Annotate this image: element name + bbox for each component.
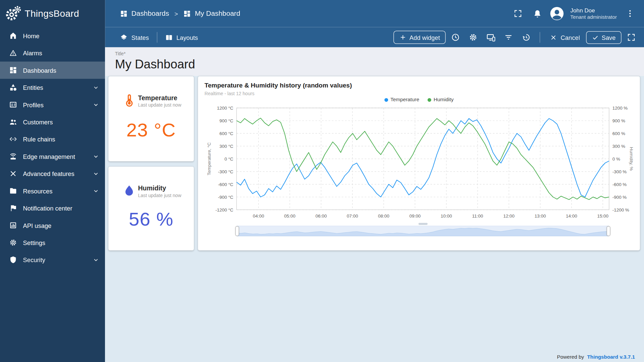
title-field-label: Title*	[115, 51, 644, 56]
overview-right-handle[interactable]	[607, 226, 610, 236]
toolbar-right-actions: Add widget Cancel Save	[393, 29, 639, 45]
svg-text:0 °C: 0 °C	[224, 157, 233, 162]
notifications-bell-icon[interactable]	[529, 5, 546, 22]
svg-text:09:00: 09:00	[409, 214, 421, 219]
notification-icon	[9, 204, 17, 212]
chart-subtitle: Realtime - last 12 hours	[205, 91, 633, 96]
sidebar-item-edge-management[interactable]: Edge management	[0, 148, 105, 165]
chart-legend: TemperatureHumidity	[198, 97, 640, 103]
breadcrumb: Dashboards > My Dashboard	[120, 9, 240, 17]
manage-layouts-display-icon[interactable]	[483, 29, 499, 45]
dashboard-title-input[interactable]: My Dashboard	[115, 57, 644, 71]
sidebar-item-settings[interactable]: Settings	[0, 234, 105, 251]
kebab-menu-icon[interactable]	[622, 5, 638, 22]
sidebar-item-home[interactable]: Home	[0, 27, 105, 44]
version-history-icon[interactable]	[518, 29, 534, 45]
api-icon	[9, 221, 17, 229]
fullscreen-icon[interactable]	[509, 5, 526, 22]
app-logo[interactable]: ThingsBoard	[0, 0, 105, 27]
edge-icon	[9, 152, 17, 160]
breadcrumb-dashboards[interactable]: Dashboards	[120, 9, 169, 17]
alarm-icon	[9, 49, 17, 57]
dashboard-canvas: Temperature Last update just now 23 °C H…	[105, 76, 644, 362]
sidebar-item-profiles[interactable]: Profiles	[0, 96, 105, 113]
chart-widget[interactable]: Temperature & Humidity history (random v…	[198, 76, 640, 250]
chevron-down-icon	[93, 170, 100, 177]
svg-text:1200 %: 1200 %	[612, 106, 628, 111]
timewindow-clock-icon[interactable]	[448, 29, 464, 45]
user-menu[interactable]: John Doe Tenant administrator	[570, 6, 617, 20]
chart-title: Temperature & Humidity history (random v…	[205, 82, 633, 89]
svg-text:-300 °C: -300 °C	[218, 169, 233, 174]
legend-item-temperature[interactable]: Temperature	[384, 97, 419, 103]
layouts-button[interactable]: Layouts	[161, 31, 202, 44]
chart-plot-area[interactable]: 1200 °C1200 %900 °C900 %600 °C600 %300 °…	[205, 104, 633, 222]
svg-text:900 °C: 900 °C	[219, 118, 233, 123]
toolbar-fullscreen-icon[interactable]	[624, 29, 639, 45]
advanced-icon	[9, 170, 17, 178]
breadcrumb-separator: >	[174, 10, 178, 17]
filter-icon[interactable]	[501, 29, 517, 45]
title-section: Title* My Dashboard	[105, 47, 644, 76]
sidebar-item-alarms[interactable]: Alarms	[0, 44, 105, 61]
svg-text:14:00: 14:00	[566, 214, 577, 219]
chart-header: Temperature & Humidity history (random v…	[198, 76, 640, 96]
humidity-widget-title: Humidity	[138, 185, 181, 192]
svg-text:300 %: 300 %	[612, 144, 625, 149]
dashboards-icon	[120, 10, 128, 17]
svg-text:900 %: 900 %	[612, 118, 625, 123]
toolbar-divider	[157, 32, 157, 43]
svg-text:15:00: 15:00	[597, 214, 608, 219]
sidebar-item-advanced-features[interactable]: Advanced features	[0, 165, 105, 182]
dashboard-toolbar: States Layouts Add widget	[105, 27, 644, 47]
breadcrumb-current-dashboard[interactable]: My Dashboard	[183, 9, 240, 17]
user-avatar[interactable]	[549, 6, 565, 21]
thermometer-icon	[122, 94, 136, 107]
settings-icon	[9, 238, 17, 246]
svg-text:-1200 %: -1200 %	[612, 207, 629, 213]
temperature-value: 23 °C	[108, 108, 194, 161]
chevron-down-icon	[93, 153, 100, 160]
sidebar-item-security[interactable]: Security	[0, 251, 105, 268]
svg-text:-600 °C: -600 °C	[218, 182, 233, 187]
main-area: Dashboards > My Dashboard John Doe Tenan…	[105, 0, 644, 362]
security-icon	[9, 256, 17, 264]
sidebar-item-customers[interactable]: Customers	[0, 113, 105, 130]
cancel-button[interactable]: Cancel	[546, 32, 584, 44]
powered-by-text: Powered by	[557, 354, 584, 360]
svg-text:04:00: 04:00	[253, 214, 264, 219]
sidebar-item-resources[interactable]: Resources	[0, 182, 105, 199]
sidebar-item-notification-center[interactable]: Notification center	[0, 199, 105, 217]
sidebar-item-dashboards[interactable]: Dashboards	[0, 62, 105, 79]
dashboard-icon	[183, 10, 191, 17]
states-button[interactable]: States	[116, 31, 153, 44]
overview-grip-handle[interactable]	[418, 223, 427, 225]
svg-text:Humidity, %: Humidity, %	[629, 147, 633, 171]
svg-text:07:00: 07:00	[347, 214, 358, 219]
svg-text:Temperature, °C: Temperature, °C	[207, 142, 212, 175]
profiles-icon	[9, 101, 17, 109]
top-header: Dashboards > My Dashboard John Doe Tenan…	[105, 0, 644, 27]
chart-overview-scrollbar[interactable]	[236, 226, 609, 236]
droplet-icon	[122, 184, 136, 197]
temperature-widget[interactable]: Temperature Last update just now 23 °C	[108, 76, 194, 161]
version-link[interactable]: Thingsboard v.3.7.1	[587, 354, 635, 360]
dashboard-settings-gear-icon[interactable]	[465, 29, 481, 45]
save-button[interactable]: Save	[586, 31, 622, 44]
sidebar-item-rule-chains[interactable]: Rule chains	[0, 130, 105, 147]
svg-text:-900 %: -900 %	[612, 195, 627, 200]
chevron-down-icon	[93, 256, 100, 263]
svg-text:10:00: 10:00	[441, 214, 452, 219]
humidity-widget-subtitle: Last update just now	[138, 193, 181, 198]
user-name: John Doe	[570, 6, 617, 14]
svg-text:300 °C: 300 °C	[219, 144, 233, 149]
legend-item-humidity[interactable]: Humidity	[427, 97, 453, 103]
overview-left-handle[interactable]	[235, 226, 239, 236]
sidebar-item-api-usage[interactable]: API usage	[0, 217, 105, 234]
add-widget-button[interactable]: Add widget	[393, 31, 446, 44]
topbar-actions: John Doe Tenant administrator	[509, 5, 638, 22]
humidity-value: 56 %	[108, 198, 194, 250]
svg-text:600 °C: 600 °C	[219, 131, 233, 136]
humidity-widget[interactable]: Humidity Last update just now 56 %	[108, 167, 194, 250]
sidebar-item-entities[interactable]: Entities	[0, 79, 105, 96]
